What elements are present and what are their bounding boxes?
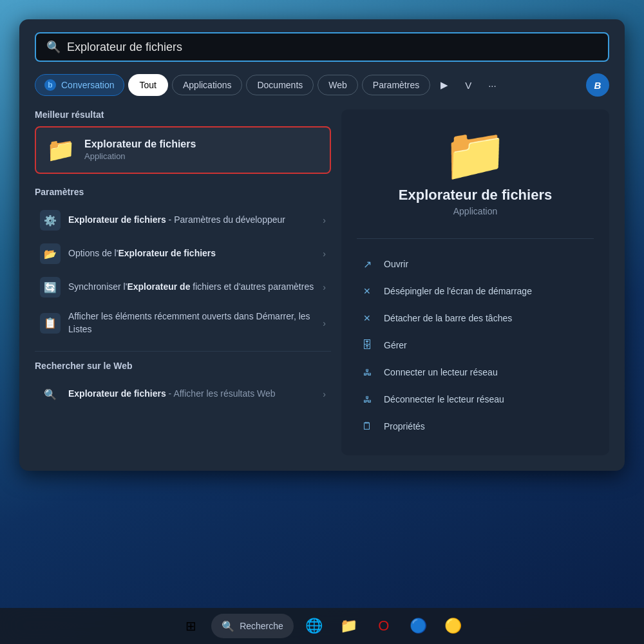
ouvrir-label: Ouvrir (384, 259, 408, 269)
best-result-name: Explorateur de fichiers (84, 138, 196, 150)
taskbar-colors[interactable]: 🟡 (439, 612, 468, 640)
bing-icon: B (594, 80, 601, 91)
settings-item-afficher[interactable]: 📋 Afficher les éléments récemment ouvert… (35, 304, 331, 342)
sync-settings-icon: 🔄 (40, 277, 61, 298)
proprietes-label: Propriétés (384, 421, 425, 431)
desepingler-icon: ✕ (359, 283, 375, 299)
taskbar-search-label: Recherche (240, 621, 283, 631)
tab-documents-label: Documents (257, 80, 303, 90)
settings-item-dev[interactable]: ⚙️ Explorateur de fichiers - Paramètres … (35, 204, 331, 237)
best-result-type: Application (84, 151, 126, 161)
colors-icon: 🟡 (444, 618, 462, 634)
action-gerer[interactable]: 🗄 Gérer (357, 332, 594, 359)
tab-documents[interactable]: Documents (246, 75, 314, 95)
taskbar-edge[interactable]: 🌐 (300, 612, 328, 640)
taskbar-opera[interactable]: O (370, 612, 398, 640)
start-icon: ⊞ (185, 618, 196, 634)
detacher-label: Détacher de la barre des tâches (384, 313, 512, 323)
tab-tout-label: Tout (140, 80, 156, 90)
tab-applications[interactable]: Applications (172, 75, 243, 95)
tab-play-button[interactable]: ▶ (434, 75, 455, 95)
search-icon: 🔍 (46, 40, 61, 54)
app-type: Application (453, 206, 498, 216)
divider (35, 351, 331, 352)
dev-item-bold: Explorateur de fichiers (68, 214, 166, 225)
web-search-icon: 🔍 (40, 384, 61, 404)
opera-icon: O (378, 618, 389, 634)
options-item-text-before: Options de l' (68, 248, 118, 258)
action-detacher[interactable]: ✕ Détacher de la barre des tâches (357, 305, 594, 332)
action-list: ↗ Ouvrir ✕ Désépingler de l'écran de dém… (357, 251, 594, 440)
settings-list: ⚙️ Explorateur de fichiers - Paramètres … (35, 204, 331, 342)
tab-parametres[interactable]: Paramètres (362, 75, 430, 95)
search-input[interactable] (67, 41, 598, 54)
tab-conversation[interactable]: b Conversation (35, 74, 124, 96)
tab-conversation-label: Conversation (61, 80, 115, 90)
desepingler-label: Désépingler de l'écran de démarrage (384, 286, 532, 296)
app-folder-icon: 📁 (443, 129, 507, 180)
afficher-item-text: Afficher les éléments récemment ouverts … (68, 311, 310, 334)
folder-icon-large: 📁 (46, 137, 75, 164)
files-icon: 📁 (340, 618, 357, 634)
search-panel: 🔍 b Conversation Tout Applications Docum… (19, 19, 625, 471)
tab-more-button[interactable]: ··· (482, 76, 503, 95)
taskbar-files[interactable]: 📁 (335, 612, 363, 640)
ouvrir-icon: ↗ (359, 256, 375, 272)
taskbar-search-icon: 🔍 (222, 620, 234, 632)
web-search-title: Rechercher sur le Web (35, 361, 331, 371)
filter-tabs: b Conversation Tout Applications Documen… (35, 73, 609, 97)
conversation-icon: b (44, 79, 56, 91)
settings-item-options[interactable]: 📂 Options de l'Explorateur de fichiers › (35, 237, 331, 270)
options-item-bold: Explorateur de fichiers (118, 248, 216, 258)
connecter-label: Connecter un lecteur réseau (384, 367, 498, 377)
deconnecter-icon: 🖧 (359, 392, 375, 407)
settings-item-sync[interactable]: 🔄 Synchroniser l'Explorateur de fichiers… (35, 270, 331, 304)
main-content: Meilleur résultat 📁 Explorateur de fichi… (35, 109, 609, 455)
dev-settings-icon: ⚙️ (40, 210, 61, 231)
web-search-light: - Afficher les résultats Web (169, 388, 276, 399)
action-proprietes[interactable]: 🗒 Propriétés (357, 413, 594, 440)
chevron-right-icon-4: › (323, 318, 326, 328)
chevron-right-icon-3: › (323, 282, 326, 292)
sync-item-text-after: fichiers et d'autres paramètres (190, 281, 314, 292)
tab-applications-label: Applications (183, 80, 232, 90)
taskbar-search[interactable]: 🔍 Recherche (211, 614, 294, 638)
taskbar-start[interactable]: ⊞ (176, 612, 205, 640)
taskbar-chrome[interactable]: 🔵 (404, 612, 433, 640)
search-bar: 🔍 (35, 32, 609, 62)
connecter-icon: 🖧 (359, 365, 375, 380)
tab-web[interactable]: Web (317, 75, 358, 95)
right-divider (357, 238, 594, 239)
options-settings-icon: 📂 (40, 243, 61, 264)
app-icon-area: 📁 Explorateur de fichiers Application (399, 129, 552, 216)
action-connecter[interactable]: 🖧 Connecter un lecteur réseau (357, 359, 594, 386)
right-panel: 📁 Explorateur de fichiers Application ↗ … (341, 109, 609, 455)
web-search-bold: Explorateur de fichiers (68, 388, 166, 399)
gerer-label: Gérer (384, 340, 407, 350)
action-deconnecter[interactable]: 🖧 Déconnecter le lecteur réseau (357, 386, 594, 413)
chevron-right-icon: › (323, 215, 326, 225)
chevron-right-icon-5: › (323, 389, 326, 399)
tab-web-label: Web (328, 80, 347, 90)
sync-item-text-before: Synchroniser l' (68, 281, 127, 292)
chevron-right-icon-2: › (323, 249, 326, 259)
tab-parametres-label: Paramètres (373, 80, 419, 90)
parametres-title: Paramètres (35, 187, 331, 197)
left-panel: Meilleur résultat 📁 Explorateur de fichi… (35, 109, 331, 455)
action-ouvrir[interactable]: ↗ Ouvrir (357, 251, 594, 278)
action-desepingler[interactable]: ✕ Désépingler de l'écran de démarrage (357, 278, 594, 305)
web-search-item[interactable]: 🔍 Explorateur de fichiers - Afficher les… (35, 377, 331, 411)
bing-button[interactable]: B (586, 73, 609, 97)
app-name-large: Explorateur de fichiers (399, 187, 552, 204)
best-result-text: Explorateur de fichiers Application (84, 138, 196, 162)
dev-item-text: - Paramètres du développeur (169, 214, 285, 225)
tab-v-button[interactable]: V (459, 76, 478, 95)
detacher-icon: ✕ (359, 310, 375, 326)
afficher-settings-icon: 📋 (40, 313, 61, 334)
chrome-icon: 🔵 (410, 618, 427, 634)
gerer-icon: 🗄 (359, 337, 375, 353)
best-result-item[interactable]: 📁 Explorateur de fichiers Application (35, 126, 331, 174)
deconnecter-label: Déconnecter le lecteur réseau (384, 394, 504, 404)
tab-tout[interactable]: Tout (128, 74, 168, 96)
sync-item-bold: Explorateur de (127, 281, 190, 292)
